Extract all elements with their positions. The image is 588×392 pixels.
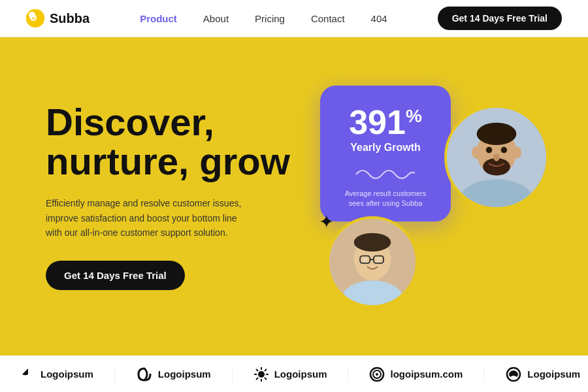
hero-visuals: 391% Yearly Growth Average result custom… [301, 66, 549, 327]
svg-point-33 [376, 373, 378, 376]
avatar-2 [444, 105, 549, 210]
svg-line-27 [256, 369, 258, 371]
navbar: Subba Product About Pricing Contact 404 … [0, 0, 588, 37]
hero-subtext: Efficiently manage and resolve customer … [46, 196, 255, 240]
logo-item-5: Logoipsum [484, 367, 588, 382]
nav-links: Product About Pricing Contact 404 [140, 13, 387, 24]
logo-item-4: logoipsum.com [348, 367, 484, 382]
nav-item-contact[interactable]: Contact [311, 13, 345, 24]
svg-point-18 [512, 146, 521, 158]
hero-heading: Discover, nurture, grow [46, 103, 290, 182]
svg-point-2 [32, 16, 35, 20]
svg-point-21 [493, 154, 500, 161]
logo-text: Subba [50, 11, 90, 26]
nav-item-product[interactable]: Product [140, 13, 177, 24]
nav-item-404[interactable]: 404 [371, 13, 387, 24]
hero-cta-button[interactable]: Get 14 Days Free Trial [46, 261, 185, 290]
logo-item-3: Logoipsum [233, 367, 349, 382]
nav-cta-button[interactable]: Get 14 Days Free Trial [438, 7, 562, 30]
svg-point-11 [376, 257, 382, 262]
logos-bar: Logoipsum Logoipsum Logoipsum logoipsum.… [0, 355, 588, 392]
logo-icon [26, 9, 44, 27]
logo-item-1: Logoipsum [0, 367, 115, 382]
svg-line-29 [265, 369, 267, 371]
svg-point-1 [30, 14, 37, 21]
stat-label: Yearly Growth [343, 142, 428, 154]
nav-item-about[interactable]: About [203, 13, 229, 24]
avatar-1 [327, 216, 418, 308]
svg-line-28 [265, 378, 267, 380]
stat-card: 391% Yearly Growth Average result custom… [320, 86, 451, 222]
svg-point-22 [258, 371, 265, 378]
svg-point-20 [501, 146, 508, 153]
logo-item-2: Logoipsum [115, 367, 233, 382]
svg-point-6 [354, 233, 391, 251]
logo[interactable]: Subba [26, 9, 90, 27]
hero-content: Discover, nurture, grow Efficiently mana… [46, 103, 290, 291]
nav-item-pricing[interactable]: Pricing [255, 13, 285, 24]
wave-decoration [353, 161, 418, 181]
svg-point-19 [486, 146, 493, 153]
svg-line-30 [256, 378, 258, 380]
star-decoration: ✦ [319, 211, 334, 233]
svg-point-15 [477, 122, 517, 144]
svg-point-17 [472, 146, 482, 158]
svg-point-10 [363, 257, 368, 262]
hero-section: Discover, nurture, grow Efficiently mana… [0, 37, 588, 355]
stat-subtext: Average result customers sees after usin… [343, 189, 428, 209]
stat-number: 391% [343, 105, 428, 139]
